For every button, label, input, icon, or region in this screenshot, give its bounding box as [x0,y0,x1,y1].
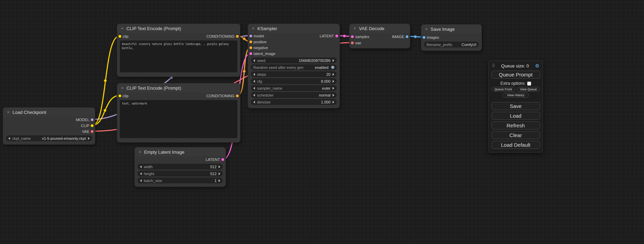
widget-value: v1-5-pruned-emaonly.ckpt [42,136,86,141]
drag-handle-icon[interactable]: ⠿ [492,63,495,68]
latent-image-input-port[interactable] [249,52,252,55]
collapse-toggle-icon[interactable] [353,27,356,30]
model-input-port[interactable] [249,35,252,37]
vae-output-port[interactable] [91,130,94,133]
increment-arrow-icon[interactable] [88,137,90,140]
widget-label: ckpt_name [12,136,31,141]
widget-value: 156680208700286 [299,58,330,63]
node-title: Empty Latent Image [144,150,184,155]
positive-input-port[interactable] [249,40,252,43]
widget-label: seed [257,58,265,63]
refresh-button[interactable]: Refresh [492,121,540,129]
collapse-toggle-icon[interactable] [121,27,124,30]
node-header[interactable]: Load Checkpoint [3,108,95,117]
width-widget[interactable]: width 512 [138,164,223,170]
model-output-port[interactable] [91,118,94,121]
node-header[interactable]: KSampler [248,24,339,33]
vae-input-port[interactable] [351,42,354,44]
batch-size-widget[interactable]: batch_size 1 [138,178,223,183]
node-header[interactable]: Save Image [421,25,482,34]
increment-arrow-icon[interactable] [333,59,334,62]
random-seed-toggle[interactable]: Random seed after every gen enabled [251,64,337,70]
view-history-button[interactable]: View History [503,93,529,98]
queue-size-label: Queue size: 0 [497,63,533,69]
node-clip-text-encode-positive[interactable]: CLIP Text Encode (Prompt) clip CONDITION… [117,24,240,77]
increment-arrow-icon[interactable] [219,165,220,168]
collapse-toggle-icon[interactable] [425,27,428,31]
node-vae-decode[interactable]: VAE Decode samples IMAGE vae [349,24,410,48]
node-header[interactable]: Empty Latent Image [135,147,226,156]
seed-widget[interactable]: seed 156680208700286 [251,57,337,63]
decrement-arrow-icon[interactable] [253,80,255,83]
decrement-arrow-icon[interactable] [253,94,255,97]
queue-panel-header[interactable]: ⠿ Queue size: 0 ⚙ [489,62,542,69]
increment-arrow-icon[interactable] [333,87,334,90]
conditioning-output-port[interactable] [236,94,239,97]
node-graph-canvas[interactable]: Load Checkpoint MODEL CLIP VAE ckpt_name… [0,0,644,244]
load-default-button[interactable]: Load Default [492,141,540,149]
increment-arrow-icon[interactable] [219,172,220,175]
widget-label: batch_size [144,179,162,183]
widget-label: denoise [257,100,271,104]
prompt-textarea[interactable]: text, watermark [120,100,237,138]
collapse-toggle-icon[interactable] [252,27,255,30]
clip-input-port[interactable] [118,94,121,97]
steps-widget[interactable]: steps 20 [251,71,337,77]
view-queue-button[interactable]: View Queue [517,87,540,92]
clear-button[interactable]: Clear [492,131,540,139]
queue-prompt-button[interactable]: Queue Prompt [492,71,540,79]
filename-prefix-widget[interactable]: filename_prefix ComfyUI [424,42,479,47]
denoise-widget[interactable]: denoise 1.000 [251,99,337,105]
extra-options-checkbox[interactable] [527,82,531,85]
output-slot-label-vae: VAE [82,129,89,134]
node-header[interactable]: CLIP Text Encode (Prompt) [117,24,240,33]
collapse-toggle-icon[interactable] [7,110,10,114]
latent-output-port[interactable] [335,35,338,37]
node-empty-latent-image[interactable]: Empty Latent Image LATENT width 512 heig… [134,147,226,187]
node-save-image[interactable]: Save Image images filename_prefix ComfyU… [421,24,482,51]
conditioning-output-port[interactable] [236,35,239,38]
increment-arrow-icon[interactable] [333,101,334,103]
load-button[interactable]: Load [492,112,540,120]
decrement-arrow-icon[interactable] [140,179,142,182]
clip-output-port[interactable] [91,124,94,127]
increment-arrow-icon[interactable] [333,80,334,83]
clip-input-port[interactable] [118,35,121,38]
increment-arrow-icon[interactable] [219,179,220,182]
node-header[interactable]: VAE Decode [350,24,410,33]
widget-label: scheduler [257,93,274,97]
queue-front-button[interactable]: Queue Front [491,87,515,92]
decrement-arrow-icon[interactable] [253,59,255,62]
decrement-arrow-icon[interactable] [8,137,10,140]
prompt-textarea[interactable]: beautiful scenery nature glass bottle la… [120,40,237,72]
widget-label: cfg [257,79,262,83]
increment-arrow-icon[interactable] [333,73,334,76]
collapse-toggle-icon[interactable] [121,86,124,90]
decrement-arrow-icon[interactable] [253,73,255,76]
node-load-checkpoint[interactable]: Load Checkpoint MODEL CLIP VAE ckpt_name… [3,107,95,145]
node-title: VAE Decode [359,26,384,31]
image-output-port[interactable] [406,35,408,38]
collapse-toggle-icon[interactable] [138,150,142,154]
samples-input-port[interactable] [351,35,354,38]
widget-value: enabled [315,65,328,70]
sampler-name-widget[interactable]: sampler_name euler [251,85,337,91]
negative-input-port[interactable] [249,46,252,49]
scheduler-widget[interactable]: scheduler normal [251,92,337,98]
node-header[interactable]: CLIP Text Encode (Prompt) [117,83,240,92]
node-ksampler[interactable]: KSampler model LATENT positive negative … [248,24,340,108]
decrement-arrow-icon[interactable] [140,165,142,168]
decrement-arrow-icon[interactable] [253,101,255,103]
cfg-widget[interactable]: cfg 8.000 [251,78,337,84]
decrement-arrow-icon[interactable] [140,172,142,175]
queue-panel[interactable]: ⠿ Queue size: 0 ⚙ Queue Prompt Extra opt… [488,61,543,153]
latent-output-port[interactable] [221,158,224,161]
node-clip-text-encode-negative[interactable]: CLIP Text Encode (Prompt) clip CONDITION… [117,83,240,143]
settings-gear-icon[interactable]: ⚙ [535,63,539,69]
save-button[interactable]: Save [492,102,540,110]
increment-arrow-icon[interactable] [333,94,334,97]
height-widget[interactable]: height 512 [138,171,223,177]
images-input-port[interactable] [423,36,425,39]
decrement-arrow-icon[interactable] [253,87,255,90]
ckpt-name-widget[interactable]: ckpt_name v1-5-pruned-emaonly.ckpt [6,135,92,141]
